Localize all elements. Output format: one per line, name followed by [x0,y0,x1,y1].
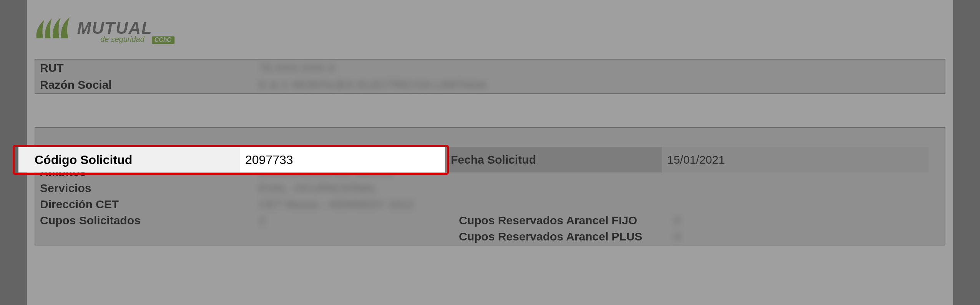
codigo-solicitud-highlight: Código Solicitud 2097733 [18,147,445,172]
direccion-cet-row: Dirección CET CET Musoc - KENNEDY 1012 [35,196,945,212]
logo-area: MUTUAL de seguridad CChC [27,0,953,59]
cupos-plus-label: Cupos Reservados Arancel PLUS [454,229,669,245]
rut-value: 70.XXX.XXX-X [254,60,945,76]
cupos-solicitados-label: Cupos Solicitados [35,212,254,229]
razon-social-value: E & C MONTAJES ELECTRICOS LIMITADA [254,77,945,93]
cupos-fijo-label: Cupos Reservados Arancel FIJO [454,212,669,229]
mutual-logo-icon: MUTUAL de seguridad CChC [35,15,223,46]
codigo-solicitud-value: 2097733 [240,147,445,172]
fecha-solicitud-value: 15/01/2021 [662,147,929,172]
fecha-solicitud-row: Fecha Solicitud 15/01/2021 [445,147,929,172]
cupos-plus-row: Cupos Reservados Arancel PLUS 0 [35,229,945,245]
codigo-solicitud-label: Código Solicitud [18,147,240,172]
cupos-plus-value: 0 [669,229,945,245]
company-info-box: RUT 70.XXX.XXX-X Razón Social E & C MONT… [35,59,945,94]
fecha-solicitud-label: Fecha Solicitud [445,147,662,172]
svg-text:de seguridad: de seguridad [100,35,145,43]
razon-social-label: Razón Social [35,77,254,93]
servicios-row: Servicios EVAL. OCUPACIONAL [35,180,945,196]
direccion-cet-value: CET Musoc - KENNEDY 1012 [254,196,945,212]
servicios-value: EVAL. OCUPACIONAL [254,180,945,196]
svg-text:CChC: CChC [154,36,172,43]
cupos-fijo-value: 0 [669,212,945,229]
rut-label: RUT [35,60,254,76]
request-details-box: Nombre de la Solicitud Ámbitos EVALUACIO… [35,127,945,245]
cupos-solicitados-row: Cupos Solicitados 2 Cupos Reservados Ara… [35,212,945,229]
servicios-label: Servicios [35,180,254,196]
razon-social-row: Razón Social E & C MONTAJES ELECTRICOS L… [35,76,945,93]
cupos-solicitados-value: 2 [254,212,454,229]
rut-row: RUT 70.XXX.XXX-X [35,60,945,76]
direccion-cet-label: Dirección CET [35,196,254,212]
svg-text:MUTUAL: MUTUAL [77,19,153,37]
